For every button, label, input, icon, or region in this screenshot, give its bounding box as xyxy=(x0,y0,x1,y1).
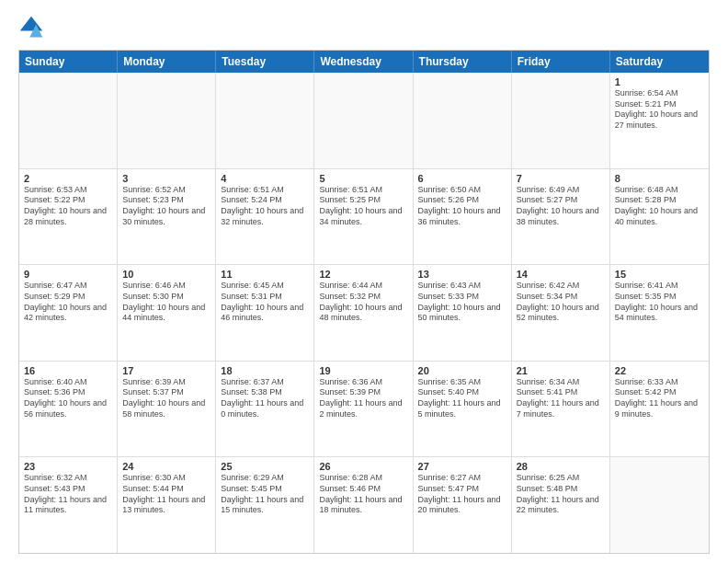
day-number: 4 xyxy=(221,173,309,184)
calendar-cell: 5Sunrise: 6:51 AM Sunset: 5:25 PM Daylig… xyxy=(314,169,413,265)
weekday-header: Monday xyxy=(118,51,216,73)
weekday-header: Friday xyxy=(512,51,610,73)
day-info: Sunrise: 6:51 AM Sunset: 5:25 PM Dayligh… xyxy=(319,185,407,228)
calendar-row: 2Sunrise: 6:53 AM Sunset: 5:22 PM Daylig… xyxy=(19,169,709,266)
day-info: Sunrise: 6:48 AM Sunset: 5:28 PM Dayligh… xyxy=(615,185,704,228)
calendar-cell: 19Sunrise: 6:36 AM Sunset: 5:39 PM Dayli… xyxy=(314,362,413,457)
calendar-cell: 3Sunrise: 6:52 AM Sunset: 5:23 PM Daylig… xyxy=(118,169,216,265)
calendar-row: 1Sunrise: 6:54 AM Sunset: 5:21 PM Daylig… xyxy=(19,73,709,169)
day-number: 18 xyxy=(221,365,309,376)
weekday-header: Thursday xyxy=(414,51,512,73)
calendar-cell: 10Sunrise: 6:46 AM Sunset: 5:30 PM Dayli… xyxy=(118,265,216,361)
calendar-row: 16Sunrise: 6:40 AM Sunset: 5:36 PM Dayli… xyxy=(19,362,709,458)
day-info: Sunrise: 6:25 AM Sunset: 5:48 PM Dayligh… xyxy=(517,473,605,516)
day-number: 8 xyxy=(615,173,704,184)
day-info: Sunrise: 6:34 AM Sunset: 5:41 PM Dayligh… xyxy=(517,377,605,420)
day-info: Sunrise: 6:51 AM Sunset: 5:24 PM Dayligh… xyxy=(221,185,309,228)
calendar-cell: 1Sunrise: 6:54 AM Sunset: 5:21 PM Daylig… xyxy=(610,73,709,168)
day-number: 22 xyxy=(615,365,704,376)
calendar-cell: 11Sunrise: 6:45 AM Sunset: 5:31 PM Dayli… xyxy=(216,265,314,361)
day-info: Sunrise: 6:43 AM Sunset: 5:33 PM Dayligh… xyxy=(418,281,506,324)
day-number: 2 xyxy=(24,173,112,184)
day-info: Sunrise: 6:42 AM Sunset: 5:34 PM Dayligh… xyxy=(517,281,605,324)
calendar-cell: 23Sunrise: 6:32 AM Sunset: 5:43 PM Dayli… xyxy=(19,457,118,553)
day-info: Sunrise: 6:29 AM Sunset: 5:45 PM Dayligh… xyxy=(221,473,309,516)
day-info: Sunrise: 6:36 AM Sunset: 5:39 PM Dayligh… xyxy=(319,377,407,420)
calendar-cell: 9Sunrise: 6:47 AM Sunset: 5:29 PM Daylig… xyxy=(19,265,118,361)
calendar-cell: 15Sunrise: 6:41 AM Sunset: 5:35 PM Dayli… xyxy=(610,265,709,361)
calendar-cell: 17Sunrise: 6:39 AM Sunset: 5:37 PM Dayli… xyxy=(118,362,216,457)
day-number: 13 xyxy=(418,269,506,280)
day-number: 5 xyxy=(319,173,407,184)
calendar-cell: 2Sunrise: 6:53 AM Sunset: 5:22 PM Daylig… xyxy=(19,169,118,265)
calendar-header: SundayMondayTuesdayWednesdayThursdayFrid… xyxy=(19,51,709,73)
calendar-cell: 4Sunrise: 6:51 AM Sunset: 5:24 PM Daylig… xyxy=(216,169,314,265)
day-number: 21 xyxy=(517,365,605,376)
calendar-cell: 14Sunrise: 6:42 AM Sunset: 5:34 PM Dayli… xyxy=(512,265,610,361)
day-number: 12 xyxy=(319,269,407,280)
day-info: Sunrise: 6:32 AM Sunset: 5:43 PM Dayligh… xyxy=(24,473,112,516)
calendar-cell: 21Sunrise: 6:34 AM Sunset: 5:41 PM Dayli… xyxy=(512,362,610,457)
weekday-header: Saturday xyxy=(610,51,709,73)
day-number: 17 xyxy=(122,365,210,376)
day-number: 9 xyxy=(24,269,112,280)
day-number: 1 xyxy=(615,76,704,87)
day-info: Sunrise: 6:39 AM Sunset: 5:37 PM Dayligh… xyxy=(122,377,210,420)
day-info: Sunrise: 6:44 AM Sunset: 5:32 PM Dayligh… xyxy=(319,281,407,324)
day-info: Sunrise: 6:47 AM Sunset: 5:29 PM Dayligh… xyxy=(24,281,112,324)
calendar-cell: 16Sunrise: 6:40 AM Sunset: 5:36 PM Dayli… xyxy=(19,362,118,457)
day-info: Sunrise: 6:46 AM Sunset: 5:30 PM Dayligh… xyxy=(122,281,210,324)
calendar-body: 1Sunrise: 6:54 AM Sunset: 5:21 PM Daylig… xyxy=(19,73,709,553)
calendar-cell: 25Sunrise: 6:29 AM Sunset: 5:45 PM Dayli… xyxy=(216,457,314,553)
calendar-cell: 20Sunrise: 6:35 AM Sunset: 5:40 PM Dayli… xyxy=(414,362,512,457)
svg-marker-0 xyxy=(20,17,43,31)
day-number: 28 xyxy=(517,461,605,472)
day-info: Sunrise: 6:35 AM Sunset: 5:40 PM Dayligh… xyxy=(418,377,506,420)
calendar-cell xyxy=(314,73,413,168)
calendar-cell: 26Sunrise: 6:28 AM Sunset: 5:46 PM Dayli… xyxy=(314,457,413,553)
day-number: 16 xyxy=(24,365,112,376)
day-number: 19 xyxy=(319,365,407,376)
day-info: Sunrise: 6:45 AM Sunset: 5:31 PM Dayligh… xyxy=(221,281,309,324)
day-info: Sunrise: 6:49 AM Sunset: 5:27 PM Dayligh… xyxy=(517,185,605,228)
day-info: Sunrise: 6:27 AM Sunset: 5:47 PM Dayligh… xyxy=(418,473,506,516)
calendar-cell xyxy=(512,73,610,168)
calendar-cell xyxy=(118,73,216,168)
day-number: 27 xyxy=(418,461,506,472)
calendar-cell: 8Sunrise: 6:48 AM Sunset: 5:28 PM Daylig… xyxy=(610,169,709,265)
day-info: Sunrise: 6:40 AM Sunset: 5:36 PM Dayligh… xyxy=(24,377,112,420)
calendar-row: 9Sunrise: 6:47 AM Sunset: 5:29 PM Daylig… xyxy=(19,265,709,362)
day-number: 14 xyxy=(517,269,605,280)
calendar-cell xyxy=(610,457,709,553)
calendar-cell xyxy=(19,73,118,168)
day-info: Sunrise: 6:37 AM Sunset: 5:38 PM Dayligh… xyxy=(221,377,309,420)
calendar-cell: 18Sunrise: 6:37 AM Sunset: 5:38 PM Dayli… xyxy=(216,362,314,457)
day-number: 20 xyxy=(418,365,506,376)
day-number: 3 xyxy=(122,173,210,184)
day-info: Sunrise: 6:30 AM Sunset: 5:44 PM Dayligh… xyxy=(122,473,210,516)
day-number: 7 xyxy=(517,173,605,184)
calendar-cell: 13Sunrise: 6:43 AM Sunset: 5:33 PM Dayli… xyxy=(414,265,512,361)
calendar-cell: 28Sunrise: 6:25 AM Sunset: 5:48 PM Dayli… xyxy=(512,457,610,553)
calendar-cell xyxy=(216,73,314,168)
logo xyxy=(18,15,48,40)
page-header xyxy=(18,15,710,40)
day-number: 24 xyxy=(122,461,210,472)
day-number: 25 xyxy=(221,461,309,472)
calendar-cell: 7Sunrise: 6:49 AM Sunset: 5:27 PM Daylig… xyxy=(512,169,610,265)
calendar-row: 23Sunrise: 6:32 AM Sunset: 5:43 PM Dayli… xyxy=(19,457,709,553)
day-info: Sunrise: 6:53 AM Sunset: 5:22 PM Dayligh… xyxy=(24,185,112,228)
calendar-cell: 27Sunrise: 6:27 AM Sunset: 5:47 PM Dayli… xyxy=(414,457,512,553)
weekday-header: Sunday xyxy=(19,51,118,73)
day-number: 23 xyxy=(24,461,112,472)
day-number: 10 xyxy=(122,269,210,280)
day-number: 6 xyxy=(418,173,506,184)
day-info: Sunrise: 6:54 AM Sunset: 5:21 PM Dayligh… xyxy=(615,88,704,132)
day-info: Sunrise: 6:52 AM Sunset: 5:23 PM Dayligh… xyxy=(122,185,210,228)
calendar-cell: 22Sunrise: 6:33 AM Sunset: 5:42 PM Dayli… xyxy=(610,362,709,457)
day-number: 26 xyxy=(319,461,407,472)
weekday-header: Wednesday xyxy=(314,51,413,73)
weekday-header: Tuesday xyxy=(216,51,314,73)
day-info: Sunrise: 6:50 AM Sunset: 5:26 PM Dayligh… xyxy=(418,185,506,228)
calendar-cell: 12Sunrise: 6:44 AM Sunset: 5:32 PM Dayli… xyxy=(314,265,413,361)
